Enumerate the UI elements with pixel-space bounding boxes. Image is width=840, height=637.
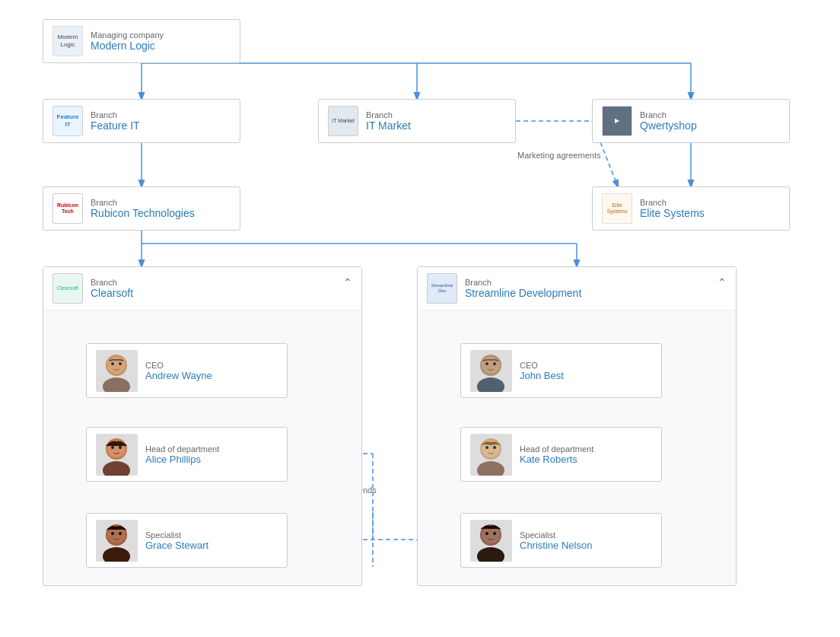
- christine-label: Specialist: [520, 530, 592, 540]
- person-grace-stewart[interactable]: Specialist Grace Stewart: [86, 513, 288, 568]
- grace-name: Grace Stewart: [145, 540, 208, 551]
- it-market-label: Branch: [366, 110, 411, 119]
- branch-box-clearsoft: Clearsoft Branch Clearsoft ⌃: [43, 266, 362, 586]
- elite-systems-info: Branch Elite Systems: [640, 198, 705, 219]
- qwertyshop-name: Qwertyshop: [640, 119, 697, 132]
- node-rubicon[interactable]: RubiconTech Branch Rubicon Technologies: [43, 186, 240, 231]
- svg-point-33: [111, 532, 114, 535]
- andrew-label: CEO: [145, 361, 212, 370]
- alice-info: Head of department Alice Phillips: [145, 444, 219, 465]
- clearsoft-header[interactable]: Clearsoft Branch Clearsoft ⌃: [43, 267, 361, 311]
- streamline-label: Branch: [465, 278, 581, 287]
- logo-it-market: IT Market: [328, 106, 358, 136]
- person-alice-phillips[interactable]: Head of department Alice Phillips: [86, 427, 288, 482]
- elite-systems-name: Elite Systems: [640, 207, 705, 219]
- christine-name: Christine Nelson: [520, 540, 592, 551]
- rubicon-label: Branch: [91, 198, 195, 207]
- qwertyshop-info: Branch Qwertyshop: [640, 110, 697, 132]
- logo-feature-it: Feature IT: [52, 106, 83, 136]
- streamline-info: Branch Streamline Development: [465, 278, 581, 299]
- svg-point-24: [119, 362, 122, 365]
- marketing-label: Marketing agreements: [517, 151, 601, 160]
- clearsoft-collapse-button[interactable]: ⌃: [343, 276, 352, 288]
- streamline-name: Streamline Development: [465, 287, 581, 299]
- svg-point-28: [111, 446, 114, 449]
- node-elite-systems[interactable]: EliteSystems Branch Elite Systems: [592, 186, 790, 231]
- node-qwertyshop[interactable]: ▶ Branch Qwertyshop: [592, 99, 790, 143]
- svg-point-32: [103, 547, 130, 562]
- john-label: CEO: [520, 361, 564, 370]
- kate-label: Head of department: [520, 444, 593, 454]
- svg-point-48: [485, 532, 488, 535]
- streamline-header[interactable]: StreamlineDev Branch Streamline Developm…: [418, 267, 736, 311]
- logo-qwertyshop: ▶: [602, 106, 632, 136]
- node-modern-logic[interactable]: Modern Logic Managing company Modern Log…: [43, 19, 240, 63]
- grace-info: Specialist Grace Stewart: [145, 530, 208, 551]
- avatar-christine: [470, 520, 512, 562]
- node-feature-it[interactable]: Feature IT Branch Feature IT: [43, 99, 240, 143]
- clearsoft-info: Branch Clearsoft: [91, 278, 133, 299]
- john-name: John Best: [520, 370, 564, 381]
- svg-point-39: [493, 362, 496, 365]
- svg-point-22: [103, 377, 130, 392]
- john-info: CEO John Best: [520, 361, 564, 381]
- svg-point-42: [477, 461, 504, 476]
- avatar-alice: [96, 434, 138, 476]
- kate-name: Kate Roberts: [520, 454, 593, 465]
- logo-elite-systems: EliteSystems: [602, 193, 632, 224]
- andrew-name: Andrew Wayne: [145, 370, 212, 381]
- svg-point-47: [477, 547, 504, 562]
- alice-label: Head of department: [145, 444, 219, 454]
- streamline-collapse-button[interactable]: ⌃: [718, 276, 727, 288]
- feature-it-name: Feature IT: [91, 119, 140, 132]
- logo-clearsoft: Clearsoft: [52, 273, 83, 304]
- avatar-john: [470, 350, 512, 392]
- svg-point-44: [493, 446, 496, 449]
- it-market-info: Branch IT Market: [366, 110, 411, 132]
- alice-name: Alice Phillips: [145, 454, 219, 465]
- logo-streamline: StreamlineDev: [427, 273, 457, 304]
- andrew-info: CEO Andrew Wayne: [145, 361, 212, 381]
- avatar-andrew: [96, 350, 138, 392]
- clearsoft-label: Branch: [91, 278, 133, 287]
- kate-info: Head of department Kate Roberts: [520, 444, 593, 465]
- avatar-kate: [470, 434, 512, 476]
- svg-point-23: [111, 362, 114, 365]
- person-john-best[interactable]: CEO John Best: [460, 343, 662, 398]
- rubicon-info: Branch Rubicon Technologies: [91, 198, 195, 219]
- modern-logic-label: Managing company: [91, 30, 164, 40]
- svg-point-37: [477, 377, 504, 392]
- qwertyshop-label: Branch: [640, 110, 697, 119]
- rubicon-name: Rubicon Technologies: [91, 207, 195, 219]
- person-christine-nelson[interactable]: Specialist Christine Nelson: [460, 513, 662, 568]
- logo-rubicon: RubiconTech: [52, 193, 83, 224]
- person-kate-roberts[interactable]: Head of department Kate Roberts: [460, 427, 662, 482]
- logo-modern-logic: Modern Logic: [52, 26, 83, 56]
- clearsoft-name: Clearsoft: [91, 287, 133, 299]
- diagram-container: Marketing agreements Friends Modern Logi…: [0, 0, 840, 637]
- it-market-name: IT Market: [366, 119, 411, 132]
- avatar-grace: [96, 520, 138, 562]
- christine-info: Specialist Christine Nelson: [520, 530, 592, 551]
- svg-point-34: [119, 532, 122, 535]
- modern-logic-info: Managing company Modern Logic: [91, 30, 164, 52]
- elite-systems-label: Branch: [640, 198, 705, 207]
- person-andrew-wayne[interactable]: CEO Andrew Wayne: [86, 343, 288, 398]
- branch-box-streamline: StreamlineDev Branch Streamline Developm…: [417, 266, 737, 586]
- grace-label: Specialist: [145, 530, 208, 540]
- feature-it-info: Branch Feature IT: [91, 110, 140, 132]
- svg-point-27: [103, 461, 130, 476]
- svg-point-43: [485, 446, 488, 449]
- feature-it-label: Branch: [91, 110, 140, 119]
- node-it-market[interactable]: IT Market Branch IT Market: [318, 99, 516, 143]
- svg-point-38: [485, 362, 488, 365]
- svg-point-46: [482, 527, 500, 543]
- svg-point-29: [119, 446, 122, 449]
- modern-logic-name: Modern Logic: [91, 40, 164, 52]
- svg-point-49: [493, 532, 496, 535]
